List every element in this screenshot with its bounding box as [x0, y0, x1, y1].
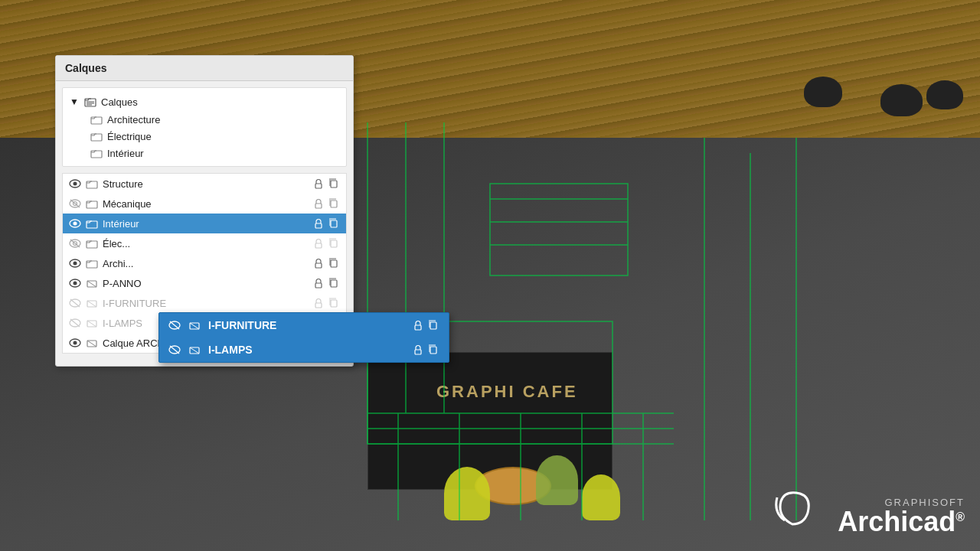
eye-hidden-icon[interactable]: [69, 317, 81, 329]
layer-action-icons: [312, 297, 340, 309]
tree-item-electrique[interactable]: Électrique: [63, 128, 346, 145]
svg-line-56: [87, 281, 96, 287]
svg-rect-51: [315, 263, 322, 268]
eye-hidden-icon[interactable]: [69, 197, 81, 210]
lock-icon[interactable]: [312, 277, 325, 289]
layer-name: Élec...: [103, 238, 308, 249]
eye-hidden-icon[interactable]: [69, 237, 81, 249]
svg-rect-25: [91, 151, 102, 158]
ctx-lock-icon[interactable]: [412, 319, 424, 331]
eye-visible-icon[interactable]: [69, 337, 81, 349]
context-dropdown-menu: I-FURNITURE I-LAMPS: [158, 312, 449, 363]
folder-icon: [90, 147, 103, 159]
copy-icon[interactable]: [328, 197, 340, 210]
panel-title: Calques: [56, 56, 353, 81]
folder-icon: [86, 237, 98, 249]
svg-rect-50: [87, 261, 97, 268]
graphisoft-logo: GRAPHISOFT Archicad®: [838, 497, 965, 536]
svg-line-74: [87, 341, 96, 347]
layer-diagonal-ctx-icon: [188, 344, 201, 356]
svg-rect-63: [315, 303, 322, 308]
ctx-copy-icon[interactable]: [427, 319, 439, 331]
eye-visible-icon[interactable]: [69, 277, 81, 289]
svg-rect-47: [331, 240, 337, 247]
svg-rect-82: [430, 322, 436, 329]
layer-row-structure[interactable]: Structure: [63, 174, 346, 194]
ctx-lock-icon[interactable]: [412, 344, 424, 356]
lock-icon[interactable]: [312, 237, 325, 249]
copy-icon[interactable]: [328, 237, 340, 249]
tree-item-interieur[interactable]: Intérieur: [63, 145, 346, 161]
ctx-item-ilamps[interactable]: I-LAMPS: [159, 337, 449, 362]
layer-tree-section: ▼ Calques Architecture Électr: [62, 87, 347, 167]
svg-rect-28: [87, 181, 97, 188]
svg-line-62: [87, 301, 96, 307]
layer-row-panno[interactable]: P-ANNO: [63, 273, 346, 293]
svg-rect-46: [315, 243, 322, 248]
svg-point-49: [74, 262, 77, 266]
copy-icon[interactable]: [328, 257, 340, 269]
layer-name: Mécanique: [103, 198, 308, 210]
eye-visible-icon[interactable]: [69, 257, 81, 269]
folder-icon: [90, 113, 103, 126]
svg-rect-45: [87, 241, 97, 248]
layer-action-icons: [312, 197, 340, 210]
copy-icon[interactable]: [328, 217, 340, 230]
eye-hidden-icon[interactable]: [69, 297, 81, 309]
archicad-swoosh-icon: [769, 486, 815, 532]
tree-item-architecture[interactable]: Architecture: [63, 111, 346, 128]
ctx-item-ifurniture[interactable]: I-FURNITURE: [159, 313, 449, 337]
layer-action-icons: [312, 237, 340, 249]
folder-icon: [86, 197, 98, 210]
svg-rect-39: [87, 221, 97, 228]
layer-name: P-ANNO: [103, 278, 308, 289]
ceiling-lamp-1: [804, 77, 842, 107]
lock-icon[interactable]: [312, 178, 325, 190]
folder-icon: [86, 257, 98, 269]
svg-point-72: [74, 341, 77, 345]
lock-icon[interactable]: [312, 217, 325, 230]
tree-root-row[interactable]: ▼ Calques: [63, 93, 346, 111]
layer-diagonal-icon: [86, 337, 98, 349]
tree-root-label: Calques: [101, 96, 138, 108]
svg-rect-23: [91, 117, 102, 124]
svg-rect-58: [331, 280, 337, 287]
chair-3: [582, 474, 620, 520]
svg-point-27: [74, 182, 77, 186]
eye-visible-icon[interactable]: [69, 217, 81, 230]
svg-rect-88: [430, 347, 436, 354]
ceiling-lamp-3: [926, 80, 963, 109]
chair-2: [536, 455, 578, 505]
eye-visible-icon[interactable]: [69, 178, 81, 190]
svg-rect-81: [415, 325, 421, 330]
copy-icon[interactable]: [328, 277, 340, 289]
cafe-sign: GRAPHI CAFE: [436, 382, 578, 402]
layer-name: Archi...: [103, 258, 308, 269]
chair-1: [444, 467, 490, 520]
eye-hidden-ctx-icon: [168, 344, 181, 356]
svg-rect-87: [415, 350, 421, 354]
layer-name: I-FURNITURE: [103, 298, 308, 309]
folder-icon: [86, 217, 98, 230]
layer-row-mecanique[interactable]: Mécanique: [63, 194, 346, 214]
layer-row-archi[interactable]: Archi...: [63, 253, 346, 273]
ctx-copy-icon[interactable]: [427, 344, 439, 356]
tree-item-label: Électrique: [107, 131, 152, 142]
folder-layers-icon: [84, 96, 96, 108]
layer-row-ifurniture-dimmed[interactable]: I-FURNITURE: [63, 293, 346, 313]
eye-hidden-ctx-icon: [168, 319, 181, 331]
svg-rect-24: [91, 134, 102, 141]
svg-rect-64: [331, 300, 337, 307]
lock-icon[interactable]: [312, 297, 325, 309]
ctx-action-icons: [412, 319, 439, 331]
tree-item-label: Architecture: [107, 114, 160, 126]
lock-icon[interactable]: [312, 257, 325, 269]
lock-icon[interactable]: [312, 197, 325, 210]
copy-icon[interactable]: [328, 178, 340, 190]
svg-rect-30: [331, 181, 337, 187]
layer-row-interieur[interactable]: Intérieur: [63, 214, 346, 233]
svg-point-38: [74, 222, 77, 226]
copy-icon[interactable]: [328, 297, 340, 309]
layer-row-elec[interactable]: Élec...: [63, 233, 346, 253]
product-name: Archicad®: [838, 508, 965, 536]
